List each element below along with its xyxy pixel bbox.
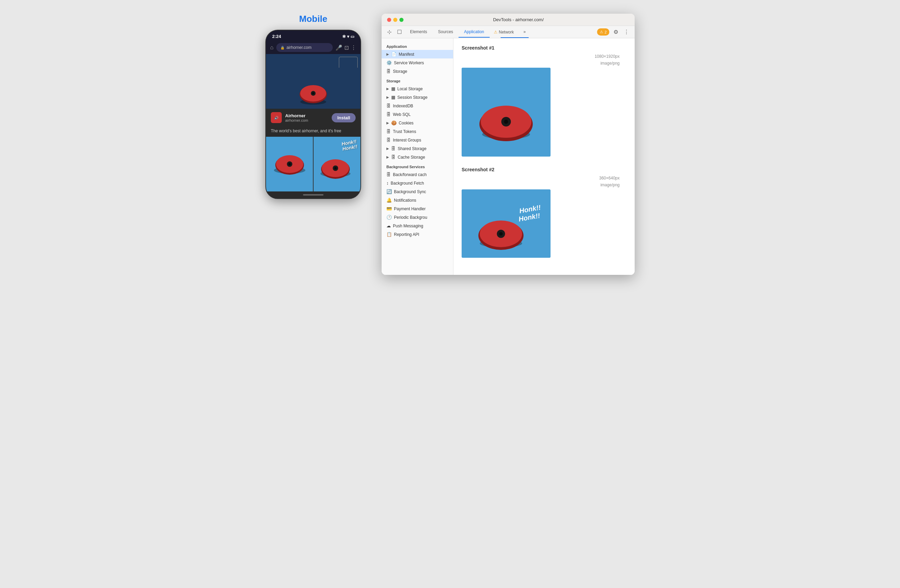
sidebar-item-cookies[interactable]: ▶ 🍪 Cookies bbox=[382, 119, 453, 127]
home-indicator bbox=[303, 194, 323, 195]
sidebar-item-indexeddb[interactable]: 🗄 IndexedDB bbox=[382, 102, 453, 110]
sidebar-item-background-sync[interactable]: 🔄 Background Sync bbox=[382, 187, 453, 196]
wifi-icon: ▾ bbox=[347, 34, 349, 39]
sidebar-item-reporting-api[interactable]: 📋 Reporting API bbox=[382, 230, 453, 239]
sidebar-label-notifications: Notifications bbox=[394, 198, 416, 203]
back-forward-icon: 🗄 bbox=[386, 172, 391, 177]
sidebar-item-shared-storage[interactable]: ▶ 🗄 Shared Storage bbox=[382, 144, 453, 153]
sidebar-section-storage: Storage bbox=[382, 76, 453, 84]
sidebar-item-trust-tokens[interactable]: 🗄 Trust Tokens bbox=[382, 127, 453, 136]
tab-application[interactable]: Application bbox=[459, 27, 490, 37]
cursor-icon[interactable]: ⊹ bbox=[384, 26, 394, 38]
svg-point-28 bbox=[499, 232, 503, 236]
traffic-lights bbox=[387, 18, 403, 22]
phone-status-bar: 2:24 ✻ ▾ ▭ bbox=[266, 30, 360, 41]
sidebar-item-background-fetch[interactable]: ↕ Background Fetch bbox=[382, 179, 453, 187]
phone-bottom-bar bbox=[266, 191, 360, 198]
maximize-button[interactable] bbox=[399, 18, 403, 22]
sidebar-label-cookies: Cookies bbox=[399, 121, 413, 126]
sidebar-item-session-storage[interactable]: ▶ ▦ Session Storage bbox=[382, 93, 453, 102]
background-fetch-icon: ↕ bbox=[386, 180, 389, 186]
install-button-banner[interactable]: Install bbox=[332, 113, 355, 123]
screenshot-dimensions-2: 360×640px bbox=[462, 176, 627, 180]
sidebar-label-background-sync: Background Sync bbox=[394, 189, 426, 194]
more-icon[interactable]: ⋮ bbox=[351, 45, 356, 51]
screenshot1-svg bbox=[267, 138, 312, 191]
web-sql-icon: 🗄 bbox=[386, 112, 391, 117]
app-tagline: The world's best airhorner, and it's fre… bbox=[266, 127, 360, 137]
sidebar-item-storage[interactable]: 🗄 Storage bbox=[382, 67, 453, 76]
phone-screenshot-2: Honk!!Honk!! bbox=[313, 137, 360, 191]
sidebar-item-service-workers[interactable]: ⚙️ Service Workers bbox=[382, 59, 453, 67]
phone-address-input[interactable]: 🔒 airhorner.com bbox=[276, 43, 333, 52]
screenshot2-preview-svg: Honk!! Honk!! bbox=[462, 189, 551, 258]
sidebar-item-periodic-background[interactable]: 🕐 Periodic Backgrou bbox=[382, 213, 453, 222]
sidebar-item-notifications[interactable]: 🔔 Notifications bbox=[382, 196, 453, 205]
device-icon[interactable]: ☐ bbox=[394, 26, 405, 38]
sidebar-label-reporting-api: Reporting API bbox=[394, 232, 419, 237]
sidebar-section-background: Background Services bbox=[382, 161, 453, 170]
airhorner-background bbox=[266, 68, 360, 109]
sidebar-item-local-storage[interactable]: ▶ ▦ Local Storage bbox=[382, 84, 453, 93]
arrow-icon: ▶ bbox=[386, 155, 389, 159]
mobile-label: Mobile bbox=[299, 14, 327, 24]
install-banner: 🔊 Airhorner airhorner.com Install bbox=[266, 109, 360, 127]
devtools-title: DevTools - airhorner.com/ bbox=[408, 17, 629, 22]
sidebar-item-cache-storage[interactable]: ▶ 🗄 Cache Storage bbox=[382, 153, 453, 161]
arrow-icon: ▶ bbox=[386, 121, 389, 125]
svg-point-22 bbox=[504, 119, 508, 124]
mic-icon[interactable]: 🎤 bbox=[335, 45, 342, 51]
sidebar-item-payment-handler[interactable]: 💳 Payment Handler bbox=[382, 205, 453, 213]
indexeddb-icon: 🗄 bbox=[386, 103, 391, 109]
reporting-api-icon: 📋 bbox=[386, 232, 392, 237]
sidebar-label-service-workers: Service Workers bbox=[394, 61, 424, 65]
warning-count-badge[interactable]: ⚠ 2 bbox=[597, 28, 609, 36]
bluetooth-icon: ✻ bbox=[342, 34, 346, 39]
screenshot-preview-2: Honk!! Honk!! bbox=[462, 189, 551, 258]
devtools-body: Application ▶ 📄 Manifest ⚙️ Service Work… bbox=[382, 38, 635, 275]
tab-elements[interactable]: Elements bbox=[405, 27, 433, 37]
sidebar-label-trust-tokens: Trust Tokens bbox=[393, 129, 416, 134]
devtools-tabs: ⊹ ☐ Elements Sources Application ⚠ Netwo… bbox=[382, 26, 635, 38]
background-sync-icon: 🔄 bbox=[386, 189, 392, 194]
screenshot-dimensions-1: 1080×1920px bbox=[462, 54, 627, 59]
screenshot-title-1: Screenshot #1 bbox=[462, 45, 627, 51]
svg-point-10 bbox=[288, 163, 291, 165]
home-icon[interactable]: ⌂ bbox=[270, 45, 273, 51]
sidebar-item-web-sql[interactable]: 🗄 Web SQL bbox=[382, 110, 453, 119]
app-name: Airhorner bbox=[285, 113, 328, 118]
minimize-button[interactable] bbox=[393, 18, 397, 22]
sidebar-item-manifest[interactable]: ▶ 📄 Manifest bbox=[382, 50, 453, 59]
sidebar-section-application: Application bbox=[382, 41, 453, 50]
screenshot-title-2: Screenshot #2 bbox=[462, 167, 627, 172]
arrow-icon: ▶ bbox=[386, 52, 389, 56]
sidebar-label-session-storage: Session Storage bbox=[397, 95, 427, 100]
tab-more-tabs[interactable]: » bbox=[518, 27, 531, 37]
sidebar-item-interest-groups[interactable]: 🗄 Interest Groups bbox=[382, 136, 453, 144]
tab-sources[interactable]: Sources bbox=[433, 27, 459, 37]
screenshot-section-1: Screenshot #1 1080×1920px image/png bbox=[462, 45, 627, 157]
app-icon: 🔊 bbox=[271, 112, 282, 123]
sidebar-label-cache-storage: Cache Storage bbox=[398, 155, 425, 160]
sidebar-item-back-forward[interactable]: 🗄 Back/forward cach bbox=[382, 170, 453, 179]
close-button[interactable] bbox=[387, 18, 391, 22]
more-options-icon[interactable]: ⋮ bbox=[621, 26, 632, 38]
notifications-icon: 🔔 bbox=[386, 198, 392, 203]
screenshot-preview-1 bbox=[462, 68, 551, 157]
sidebar-label-storage: Storage bbox=[393, 69, 407, 74]
settings-icon[interactable]: ⚙ bbox=[611, 26, 621, 38]
sidebar-item-push-messaging[interactable]: ☁ Push Messaging bbox=[382, 222, 453, 230]
local-storage-icon: ▦ bbox=[391, 86, 395, 91]
mobile-section: Mobile 2:24 ✻ ▾ ▭ ⌂ 🔒 airhorner.com 🎤 ⊡ … bbox=[265, 14, 361, 199]
sidebar-label-manifest: Manifest bbox=[399, 52, 414, 57]
warning-icon: ⚠ bbox=[494, 30, 498, 34]
sidebar-label-shared-storage: Shared Storage bbox=[398, 146, 427, 151]
sidebar-label-periodic-background: Periodic Backgrou bbox=[394, 215, 427, 220]
tab-network[interactable]: ⚠ Network bbox=[490, 28, 518, 37]
phone-url: airhorner.com bbox=[287, 45, 312, 50]
payment-handler-icon: 💳 bbox=[386, 206, 392, 211]
tab-icon[interactable]: ⊡ bbox=[344, 45, 349, 51]
devtools-window: DevTools - airhorner.com/ ⊹ ☐ Elements S… bbox=[382, 14, 635, 275]
sidebar-label-local-storage: Local Storage bbox=[397, 87, 423, 91]
sidebar-label-indexeddb: IndexedDB bbox=[393, 104, 413, 109]
